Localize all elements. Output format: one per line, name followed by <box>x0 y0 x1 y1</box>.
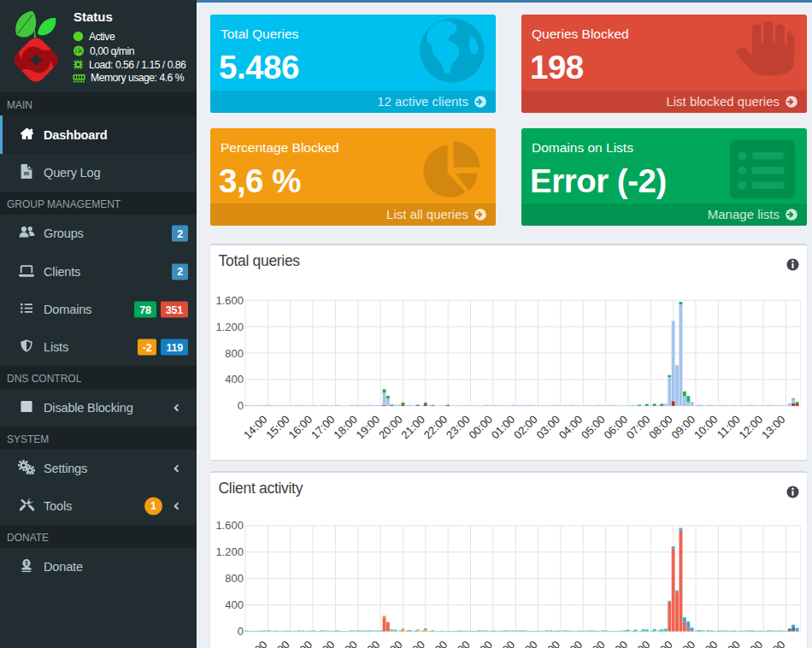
svg-text:$: $ <box>25 560 28 567</box>
